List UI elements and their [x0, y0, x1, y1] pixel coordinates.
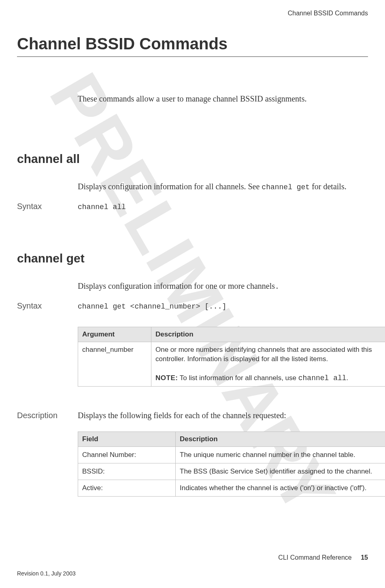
desc-header: Description [176, 432, 385, 447]
desc-header: Description [151, 327, 385, 342]
title-divider [17, 56, 368, 57]
description-label: Description [17, 411, 78, 420]
channel-get-syntax-row: Syntax channel get <channel_number> [...… [17, 301, 368, 311]
field-cell: Channel Number: [78, 447, 176, 463]
channel-get-body: Displays configuration information for o… [78, 281, 368, 291]
channel-all-body-suffix: for details. [310, 182, 347, 191]
table-row: channel_number One or more numbers ident… [78, 342, 385, 387]
field-desc-cell: The unique numeric channel number in the… [176, 447, 385, 463]
field-cell: BSSID: [78, 463, 176, 480]
running-header: Channel BSSID Commands [17, 10, 368, 17]
spacer [17, 211, 368, 252]
intro-paragraph: These commands allow a user to manage ch… [78, 94, 368, 104]
page-footer: CLI Command Reference 15 Revision 0.1, J… [17, 554, 368, 577]
spacer [17, 311, 368, 327]
table-row: Active: Indicates whether the channel is… [78, 480, 385, 497]
channel-get-body-trailing: . [275, 283, 279, 291]
footer-doc-title: CLI Command Reference [278, 554, 351, 561]
note-text-prefix: To list information for all channels, us… [178, 374, 298, 382]
footer-revision: Revision 0.1, July 2003 [17, 570, 368, 577]
page-title: Channel BSSID Commands [17, 35, 368, 53]
content-area: Channel BSSID Commands Channel BSSID Com… [17, 10, 368, 497]
table-row: BSSID: The BSS (Basic Service Set) ident… [78, 463, 385, 480]
channel-all-syntax-value: channel all [78, 203, 126, 211]
field-desc-cell: The BSS (Basic Service Set) identifier a… [176, 463, 385, 480]
field-desc-cell: Indicates whether the channel is active … [176, 480, 385, 497]
channel-all-body: Displays configuration information for a… [78, 182, 368, 191]
desc-cell: One or more numbers identifying channels… [151, 342, 385, 387]
note-label: NOTE: [155, 374, 178, 382]
field-cell: Active: [78, 480, 176, 497]
arg-cell: channel_number [78, 342, 151, 387]
channel-all-syntax-row: Syntax channel all [17, 202, 368, 211]
footer-right: CLI Command Reference 15 [17, 554, 368, 561]
table-header-row: Field Description [78, 432, 385, 447]
field-header: Field [78, 432, 176, 447]
description-text: Displays the following fields for each o… [78, 411, 286, 420]
arg-header: Argument [78, 327, 151, 342]
channel-all-body-prefix: Displays configuration information for a… [78, 182, 262, 191]
section-heading-channel-get: channel get [17, 252, 368, 265]
page: PRELIMINARY Channel BSSID Commands Chann… [0, 0, 385, 588]
footer-page-number: 15 [361, 554, 368, 561]
section-heading-channel-all: channel all [17, 152, 368, 166]
syntax-label: Syntax [17, 202, 78, 211]
note-text-suffix: . [347, 374, 349, 382]
arg-desc-line1: One or more numbers identifying channels… [155, 346, 372, 363]
note-code: channel all [298, 374, 347, 382]
description-row: Description Displays the following field… [17, 411, 368, 420]
spacer [17, 387, 368, 411]
argument-table: Argument Description channel_number One … [78, 327, 385, 387]
syntax-label: Syntax [17, 301, 78, 311]
table-row: Channel Number: The unique numeric chann… [78, 447, 385, 463]
channel-all-body-code: channel get [262, 183, 310, 191]
table-header-row: Argument Description [78, 327, 385, 342]
field-table: Field Description Channel Number: The un… [78, 431, 385, 497]
channel-get-body-text: Displays configuration information for o… [78, 281, 275, 290]
channel-get-syntax-value: channel get <channel_number> [...] [78, 302, 226, 311]
